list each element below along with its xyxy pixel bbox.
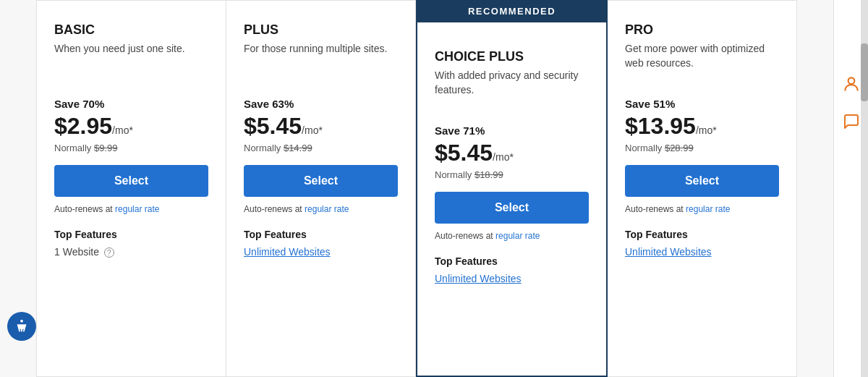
choice-plus-feature-item: Unlimited Websites <box>435 273 589 284</box>
choice-plus-strike-price: $18.99 <box>475 169 503 180</box>
plan-card-choice-plus: RECOMMENDED CHOICE PLUS With added priva… <box>416 0 608 377</box>
plan-card-pro: PRO Get more power with optimized web re… <box>608 0 797 377</box>
basic-normal-price: Normally $9.99 <box>54 143 208 153</box>
svg-point-0 <box>20 320 23 323</box>
pro-plan-desc: Get more power with optimized web resour… <box>625 42 779 82</box>
choice-plus-regular-rate-link[interactable]: regular rate <box>495 231 540 241</box>
basic-strike-price: $9.99 <box>94 143 118 153</box>
choice-plus-top-features: Top Features <box>435 255 589 267</box>
plus-normal-price: Normally $14.99 <box>244 143 398 153</box>
basic-plan-name: BASIC <box>54 22 208 38</box>
pro-select-button[interactable]: Select <box>625 165 779 197</box>
recommended-badge: RECOMMENDED <box>416 0 608 22</box>
basic-auto-renew-text: Auto-renews at <box>54 204 115 214</box>
plus-auto-renew-text: Auto-renews at <box>244 204 305 214</box>
plus-strike-price: $14.99 <box>284 143 312 153</box>
plus-price-period: /mo* <box>302 124 323 136</box>
choice-plus-auto-renew-text: Auto-renews at <box>435 231 495 241</box>
page-wrapper: BASIC When you need just one site. Save … <box>0 0 868 377</box>
basic-price-row: $2.95 /mo* <box>54 113 208 140</box>
choice-plus-auto-renew: Auto-renews at regular rate <box>435 231 589 241</box>
plus-regular-rate-link[interactable]: regular rate <box>305 204 349 214</box>
plan-card-plus: PLUS For those running multiple sites. S… <box>226 0 416 377</box>
plus-save-label: Save 63% <box>244 98 398 110</box>
plus-select-button[interactable]: Select <box>244 165 398 197</box>
basic-select-button[interactable]: Select <box>54 165 208 197</box>
pro-price-amount: $13.95 <box>625 113 696 140</box>
basic-top-features: Top Features <box>54 229 208 240</box>
svg-point-1 <box>848 77 854 84</box>
basic-feature-text: 1 Website <box>54 246 99 258</box>
pricing-grid: BASIC When you need just one site. Save … <box>36 0 797 377</box>
choice-plus-price-amount: $5.45 <box>435 140 493 166</box>
choice-plus-normal-price: Normally $18.99 <box>435 169 589 180</box>
pro-auto-renew: Auto-renews at regular rate <box>625 204 779 214</box>
plus-price-row: $5.45 /mo* <box>244 113 398 140</box>
pro-regular-rate-link[interactable]: regular rate <box>686 204 730 214</box>
basic-plan-desc: When you need just one site. <box>54 42 208 82</box>
basic-auto-renew: Auto-renews at regular rate <box>54 204 208 214</box>
pro-normal-price: Normally $28.99 <box>625 143 779 153</box>
choice-plus-price-period: /mo* <box>493 151 514 163</box>
pro-save-label: Save 51% <box>625 98 779 110</box>
plus-price-amount: $5.45 <box>244 113 302 140</box>
scrollbar-track <box>861 0 868 377</box>
plus-plan-name: PLUS <box>244 22 398 38</box>
plan-card-basic: BASIC When you need just one site. Save … <box>36 0 226 377</box>
basic-info-icon[interactable]: ? <box>104 247 114 258</box>
main-content: BASIC When you need just one site. Save … <box>0 0 833 377</box>
choice-plus-select-button[interactable]: Select <box>435 192 589 224</box>
basic-price-amount: $2.95 <box>54 113 112 140</box>
plus-feature-link[interactable]: Unlimited Websites <box>244 246 331 258</box>
accessibility-icon <box>14 318 30 334</box>
pro-plan-name: PRO <box>625 22 779 38</box>
scrollbar-thumb[interactable] <box>861 43 868 101</box>
basic-feature-item: 1 Website ? <box>54 246 208 258</box>
chat-icon[interactable] <box>840 110 863 133</box>
basic-regular-rate-link[interactable]: regular rate <box>115 204 159 214</box>
pro-feature-link[interactable]: Unlimited Websites <box>625 246 712 258</box>
choice-plus-plan-desc: With added privacy and security features… <box>435 69 589 109</box>
pro-auto-renew-text: Auto-renews at <box>625 204 686 214</box>
basic-save-label: Save 70% <box>54 98 208 110</box>
choice-plus-plan-name: CHOICE PLUS <box>435 49 589 64</box>
choice-plus-price-row: $5.45 /mo* <box>435 140 589 166</box>
accessibility-button[interactable] <box>7 312 36 341</box>
plus-feature-item: Unlimited Websites <box>244 246 398 258</box>
plus-auto-renew: Auto-renews at regular rate <box>244 204 398 214</box>
pro-price-period: /mo* <box>696 124 717 136</box>
pro-feature-item: Unlimited Websites <box>625 246 779 258</box>
choice-plus-feature-link[interactable]: Unlimited Websites <box>435 273 522 284</box>
choice-plus-save-label: Save 71% <box>435 124 589 137</box>
pro-price-row: $13.95 /mo* <box>625 113 779 140</box>
plus-top-features: Top Features <box>244 229 398 240</box>
plus-plan-desc: For those running multiple sites. <box>244 42 398 82</box>
user-icon[interactable] <box>840 72 863 96</box>
pro-top-features: Top Features <box>625 229 779 240</box>
pro-strike-price: $28.99 <box>665 143 694 153</box>
basic-price-period: /mo* <box>112 124 133 136</box>
